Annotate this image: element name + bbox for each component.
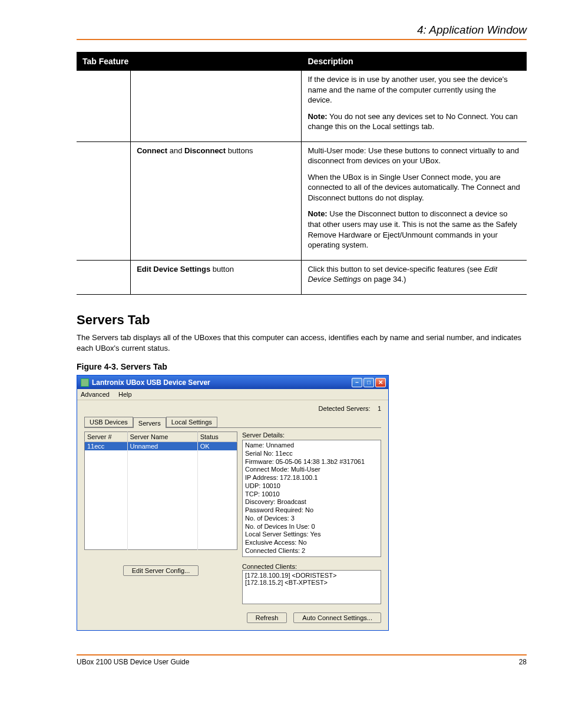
bottom-rule [77,654,527,655]
detected-label: Detected Servers: [319,405,371,412]
list-item[interactable]: [172.18.15.2] <BT-XPTEST> [245,579,378,586]
footer-right: 28 [519,658,527,666]
minimize-button[interactable]: – [352,378,362,387]
servers-table[interactable]: Server # Server Name Status 11eccUnnamed… [84,431,237,550]
connected-clients-label: Connected Clients: [242,563,381,570]
table-row-col2 [131,71,302,141]
titlebar[interactable]: Lantronix UBox USB Device Server – □ ✕ [77,375,388,389]
section-servers-tab: Servers Tab [77,312,527,328]
detail-row: Firmware: 05-05-06 14:38 1.3b2 #317061 [245,458,378,466]
detail-row: IP Address: 172.18.100.1 [245,474,378,482]
page-footer: UBox 2100 USB Device User Guide 28 [77,654,527,666]
detail-row: Serial No: 11ecc [245,450,378,458]
tabs: USB Devices Servers Local Settings [84,416,381,427]
top-rule [77,39,527,40]
tab-usb-devices[interactable]: USB Devices [84,417,133,427]
section-body: The Servers tab displays all of the UBox… [77,332,527,354]
table-row-col1 [77,141,131,260]
detail-row: Discovery: Broadcast [245,498,378,506]
col-server-name[interactable]: Server Name [127,432,197,442]
table-row-col3: If the device is in use by another user,… [302,71,527,141]
tab-servers[interactable]: Servers [133,417,166,428]
edit-server-config-button[interactable]: Edit Server Config... [123,565,199,576]
server-details-box: Name: UnnamedSerial No: 11eccFirmware: 0… [242,440,381,557]
auto-connect-settings-button[interactable]: Auto Connect Settings... [293,612,381,623]
detail-row: TCP: 10010 [245,490,378,499]
close-button[interactable]: ✕ [375,378,386,387]
detail-row: No. of Devices: 3 [245,515,378,523]
table-row-col2: Connect and Disconnect buttons [131,141,302,260]
col-server-num[interactable]: Server # [85,432,128,442]
detected-servers: Detected Servers: 1 [84,405,381,412]
menu-advanced[interactable]: Advanced [81,391,110,398]
figure-caption: Figure 4-3. Servers Tab [77,362,527,371]
menu-help[interactable]: Help [118,391,132,398]
feature-table: Tab Feature Description If the device is… [77,52,527,295]
detail-row: Connected Clients: 2 [245,547,378,555]
table-row-col1 [77,71,131,141]
table-row-col3: Click this button to set device-specific… [302,260,527,294]
maximize-button[interactable]: □ [363,378,374,387]
col-header-desc: Description [302,52,527,71]
footer-left: UBox 2100 USB Device User Guide [77,658,189,666]
connected-clients-box: [172.18.100.19] <DORISTEST>[172.18.15.2]… [242,570,381,604]
refresh-button[interactable]: Refresh [247,612,287,623]
detail-row: Password Required: No [245,506,378,515]
table-row-col2: Edit Device Settings button [131,260,302,294]
table-row[interactable]: 11eccUnnamedOK [85,442,237,451]
app-icon [81,378,89,387]
detail-row: Name: Unnamed [245,442,378,450]
detail-row: Local Server Settings: Yes [245,531,378,539]
col-status[interactable]: Status [197,432,237,442]
doc-header-right: 4: Application Window [77,24,527,37]
detail-row: UDP: 10010 [245,482,378,490]
server-details-label: Server Details: [242,431,381,439]
tab-local-settings[interactable]: Local Settings [166,417,217,427]
detail-row: No. of Devices In Use: 0 [245,523,378,531]
detected-count: 1 [378,405,381,412]
col-header-feature: Tab Feature [77,52,302,71]
table-row-col3: Multi-User mode: Use these buttons to co… [302,141,527,260]
window-title: Lantronix UBox USB Device Server [92,378,352,387]
table-row-col1 [77,260,131,294]
app-window: Lantronix UBox USB Device Server – □ ✕ A… [77,375,389,631]
detail-row: Connect Mode: Multi-User [245,466,378,474]
list-item[interactable]: [172.18.100.19] <DORISTEST> [245,572,378,579]
detail-row: Exclusive Access: No [245,539,378,547]
menubar: Advanced Help [77,389,388,400]
